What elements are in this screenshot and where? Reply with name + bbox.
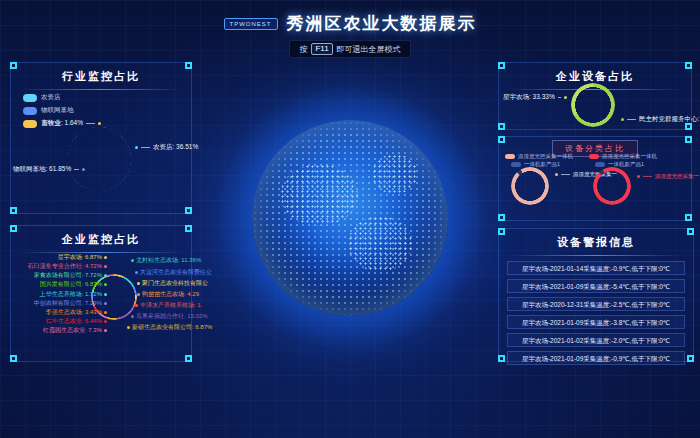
category-legend-item[interactable]: 一体机新产品1 (595, 161, 644, 168)
leader-line (558, 97, 561, 98)
leader-dot (104, 283, 107, 286)
enterprise-label: 星宇农场: 6.87% (13, 253, 107, 262)
category-donut-left[interactable] (511, 167, 549, 205)
corner-decoration (185, 207, 192, 214)
leader-line (561, 174, 570, 175)
enterprise-label: 仁丰生态农业: 6.44% (13, 317, 107, 326)
corner-decoration (687, 355, 694, 362)
legend-swatch (511, 162, 521, 167)
alarm-list-item: 星宇农场-2020-12-31采集温度:-2.5℃,低于下限:0℃ (507, 297, 685, 311)
enterprise-label: 聚门生态农业科技有限公 (137, 279, 208, 288)
category-legend-item[interactable]: 温湿度光照采集一体机 (589, 153, 657, 160)
enterprise-label: 北村鳕生态农场: 11.36% (131, 256, 201, 265)
corner-decoration (685, 136, 692, 143)
globe-continent-patch (280, 164, 358, 226)
leader-dot (555, 173, 558, 176)
legend-item-wulianwang[interactable]: 物联网基地 (23, 106, 74, 115)
panel-enterprise-monitor: 企业监控占比 星宇农场: 6.87% 石臼漾鱼专业合作社: 4.72% 家禽农场… (10, 225, 192, 362)
enterprise-label: 大运河生态农业有限责任公 (135, 268, 212, 277)
device-donut-chart[interactable] (571, 83, 615, 127)
panel-device-categories: 设备分类占比 温湿度光照采集一体机 一体机新产品1 温湿度光照采集一 温湿度光照… (498, 136, 692, 221)
globe-continent-patch (372, 154, 418, 194)
hint-suffix: 即可退出全屏模式 (337, 44, 401, 55)
enterprise-label: 红霞园生态农业: 7.3% (13, 326, 107, 335)
divider (19, 89, 183, 90)
category-callout-right: 温湿度光照采集一 (637, 173, 699, 180)
header: TPWONEST 秀洲区农业大数据展示 按 F11 即可退出全屏模式 (0, 12, 700, 58)
corner-decoration (10, 225, 17, 232)
divider (507, 255, 685, 256)
leader-dot (135, 304, 138, 307)
leader-dot (127, 326, 130, 329)
alarm-list-item: 星宇农场-2021-01-02采集温度:-2.0℃,低于下限:0℃ (507, 333, 685, 347)
enterprise-label: 中创农林有限公司: 7.29% (13, 299, 107, 308)
dashboard-root: TPWONEST 秀洲区农业大数据展示 按 F11 即可退出全屏模式 行业监控占… (0, 0, 700, 438)
corner-decoration (185, 355, 192, 362)
alarm-list-item: 星宇农场-2021-01-14采集温度:-0.9℃,低于下限:0℃ (507, 261, 685, 275)
globe-visualization (252, 120, 448, 316)
alarm-list-item: 星宇农场-2021-01-09采集温度:-3.8℃,低于下限:0℃ (507, 315, 685, 329)
legend-label: 农资店 (41, 93, 61, 102)
panel-title: 行业监控占比 (11, 63, 191, 84)
legend-swatch (505, 154, 515, 159)
corner-decoration (10, 355, 17, 362)
corner-decoration (685, 214, 692, 221)
leader-dot (135, 271, 138, 274)
leader-dot (135, 146, 138, 149)
panel-industry-monitor: 行业监控占比 农资店 物联网基地 畜牧业 畜牧业: 1.64% 农资店: 36.… (10, 62, 192, 214)
globe-dot-grid (252, 120, 448, 316)
corner-decoration (185, 62, 192, 69)
callout-wulianwang: 物联网基地: 61.85% (13, 165, 85, 174)
legend-label: 物联网基地 (41, 106, 74, 115)
legend-item-nongzidian[interactable]: 农资店 (23, 93, 74, 102)
alarm-list-item: 星宇农场-2021-01-09采集温度:-5.4℃,低于下限:0℃ (507, 279, 685, 293)
logo-badge: TPWONEST (224, 18, 278, 30)
panel-enterprise-devices: 企业设备占比 星宇农场: 33.33% 民主村党群服务中心: (498, 62, 692, 130)
leader-line (74, 169, 79, 170)
corner-decoration (498, 123, 505, 130)
leader-dot (137, 293, 140, 296)
legend-swatch (589, 154, 599, 159)
enterprise-label: 上华生态养殖场: 1.72% (13, 290, 107, 299)
leader-line (141, 147, 150, 148)
leader-line (627, 119, 636, 120)
leader-line (643, 176, 652, 177)
callout-minzhu-center: 民主村党群服务中心: (621, 115, 699, 124)
title-row: TPWONEST 秀洲区农业大数据展示 (0, 12, 700, 35)
panel-title: 企业设备占比 (499, 63, 691, 84)
enterprise-label: 丰泽水产养殖养殖场: 1. (135, 301, 202, 310)
corner-decoration (10, 207, 17, 214)
corner-decoration (498, 136, 505, 143)
panel-title: 企业监控占比 (11, 226, 191, 247)
callout-xumuye: 畜牧业: 1.64% (23, 119, 101, 128)
leader-dot (104, 256, 107, 259)
leader-dot (621, 118, 624, 121)
panel-title: 设备警报信息 (499, 229, 693, 250)
leader-dot (137, 282, 140, 285)
leader-dot (98, 122, 101, 125)
enterprise-label: 李强生态农场: 3.43% (13, 308, 107, 317)
page-title: 秀洲区农业大数据展示 (287, 12, 477, 35)
enterprise-label: 鸭苗苗生态农场: 4.29 (137, 290, 199, 299)
leader-dot (131, 315, 134, 318)
globe-continent-patch (348, 216, 412, 272)
leader-dot (104, 293, 107, 296)
leader-dot (104, 265, 107, 268)
callout-nongzidian: 农资店: 36.51% (135, 143, 198, 152)
enterprise-label: 瓜果采摘园合作社: 15.02% (131, 312, 208, 321)
corner-decoration (498, 214, 505, 221)
hint-prefix: 按 (299, 44, 307, 55)
panel-device-alarms: 设备警报信息 星宇农场-2021-01-14采集温度:-0.9℃,低于下限:0℃… (498, 228, 694, 362)
category-donut-right[interactable] (593, 167, 631, 205)
enterprise-label: 国兴发有限公司: 6.87% (13, 280, 107, 289)
industry-donut-chart[interactable] (67, 127, 131, 191)
fullscreen-hint: 按 F11 即可退出全屏模式 (289, 40, 410, 58)
enterprise-label: 家禽农场有限公司: 7.72% (13, 271, 107, 280)
legend-swatch (23, 107, 37, 115)
callout-xingyu-farm: 星宇农场: 33.33% (503, 93, 567, 102)
corner-decoration (685, 62, 692, 69)
category-legend-item[interactable]: 温湿度光照采集一体机 (505, 153, 573, 160)
corner-decoration (498, 228, 505, 235)
leader-dot (104, 329, 107, 332)
enterprise-label: 新硕生态农业有限公司: 6.87% (127, 323, 212, 332)
